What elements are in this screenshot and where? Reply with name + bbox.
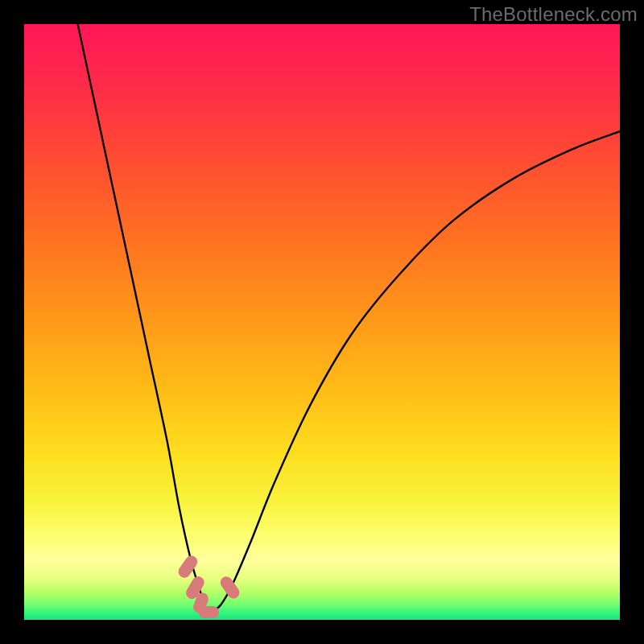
plot-area bbox=[24, 24, 620, 620]
marker-layer bbox=[24, 24, 620, 620]
data-marker bbox=[199, 606, 220, 618]
watermark-text: TheBottleneck.com bbox=[469, 3, 638, 26]
data-marker bbox=[218, 574, 242, 601]
outer-frame: TheBottleneck.com bbox=[0, 0, 644, 644]
